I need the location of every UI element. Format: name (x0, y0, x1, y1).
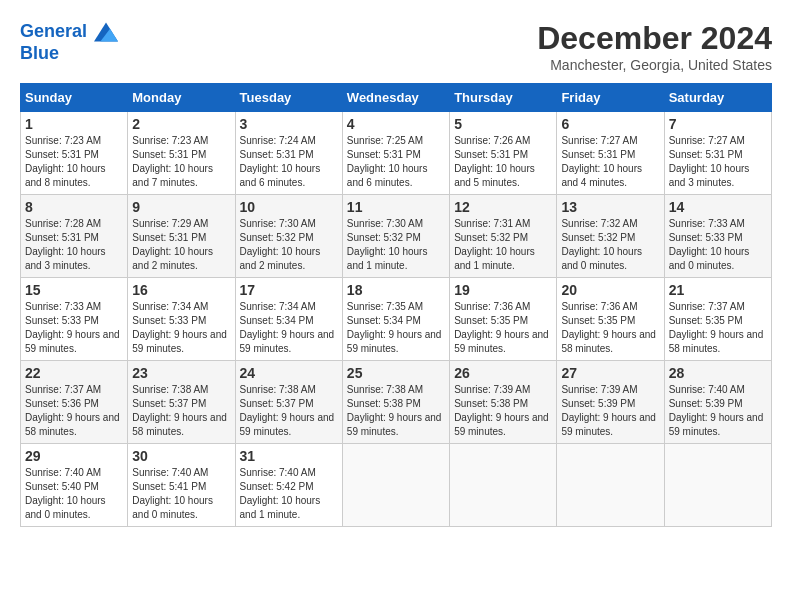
table-row: 29 Sunrise: 7:40 AM Sunset: 5:40 PM Dayl… (21, 444, 128, 527)
day-info: Sunrise: 7:40 AM Sunset: 5:40 PM Dayligh… (25, 466, 123, 522)
table-row: 6 Sunrise: 7:27 AM Sunset: 5:31 PM Dayli… (557, 112, 664, 195)
day-number: 25 (347, 365, 445, 381)
day-info: Sunrise: 7:26 AM Sunset: 5:31 PM Dayligh… (454, 134, 552, 190)
logo-text: General (20, 20, 118, 44)
day-info: Sunrise: 7:40 AM Sunset: 5:42 PM Dayligh… (240, 466, 338, 522)
day-number: 22 (25, 365, 123, 381)
day-info: Sunrise: 7:25 AM Sunset: 5:31 PM Dayligh… (347, 134, 445, 190)
table-row: 10 Sunrise: 7:30 AM Sunset: 5:32 PM Dayl… (235, 195, 342, 278)
table-row: 8 Sunrise: 7:28 AM Sunset: 5:31 PM Dayli… (21, 195, 128, 278)
day-info: Sunrise: 7:40 AM Sunset: 5:41 PM Dayligh… (132, 466, 230, 522)
day-number: 15 (25, 282, 123, 298)
table-row: 9 Sunrise: 7:29 AM Sunset: 5:31 PM Dayli… (128, 195, 235, 278)
day-number: 14 (669, 199, 767, 215)
calendar-week-1: 8 Sunrise: 7:28 AM Sunset: 5:31 PM Dayli… (21, 195, 772, 278)
day-number: 3 (240, 116, 338, 132)
day-number: 28 (669, 365, 767, 381)
table-row: 12 Sunrise: 7:31 AM Sunset: 5:32 PM Dayl… (450, 195, 557, 278)
day-info: Sunrise: 7:30 AM Sunset: 5:32 PM Dayligh… (240, 217, 338, 273)
title-block: December 2024 Manchester, Georgia, Unite… (537, 20, 772, 73)
day-info: Sunrise: 7:28 AM Sunset: 5:31 PM Dayligh… (25, 217, 123, 273)
table-row: 11 Sunrise: 7:30 AM Sunset: 5:32 PM Dayl… (342, 195, 449, 278)
table-row: 18 Sunrise: 7:35 AM Sunset: 5:34 PM Dayl… (342, 278, 449, 361)
day-number: 19 (454, 282, 552, 298)
header-thursday: Thursday (450, 84, 557, 112)
day-number: 16 (132, 282, 230, 298)
day-number: 9 (132, 199, 230, 215)
calendar-week-3: 22 Sunrise: 7:37 AM Sunset: 5:36 PM Dayl… (21, 361, 772, 444)
table-row: 17 Sunrise: 7:34 AM Sunset: 5:34 PM Dayl… (235, 278, 342, 361)
logo: General Blue (20, 20, 118, 64)
logo-subtext: Blue (20, 44, 118, 64)
header-friday: Friday (557, 84, 664, 112)
table-row (342, 444, 449, 527)
day-number: 5 (454, 116, 552, 132)
day-info: Sunrise: 7:29 AM Sunset: 5:31 PM Dayligh… (132, 217, 230, 273)
table-row: 3 Sunrise: 7:24 AM Sunset: 5:31 PM Dayli… (235, 112, 342, 195)
header-sunday: Sunday (21, 84, 128, 112)
day-info: Sunrise: 7:35 AM Sunset: 5:34 PM Dayligh… (347, 300, 445, 356)
day-number: 30 (132, 448, 230, 464)
day-number: 12 (454, 199, 552, 215)
calendar-week-4: 29 Sunrise: 7:40 AM Sunset: 5:40 PM Dayl… (21, 444, 772, 527)
table-row: 22 Sunrise: 7:37 AM Sunset: 5:36 PM Dayl… (21, 361, 128, 444)
table-row: 21 Sunrise: 7:37 AM Sunset: 5:35 PM Dayl… (664, 278, 771, 361)
table-row (664, 444, 771, 527)
day-info: Sunrise: 7:33 AM Sunset: 5:33 PM Dayligh… (669, 217, 767, 273)
table-row: 1 Sunrise: 7:23 AM Sunset: 5:31 PM Dayli… (21, 112, 128, 195)
day-number: 8 (25, 199, 123, 215)
day-number: 2 (132, 116, 230, 132)
table-row: 30 Sunrise: 7:40 AM Sunset: 5:41 PM Dayl… (128, 444, 235, 527)
day-number: 31 (240, 448, 338, 464)
header-monday: Monday (128, 84, 235, 112)
calendar-week-2: 15 Sunrise: 7:33 AM Sunset: 5:33 PM Dayl… (21, 278, 772, 361)
day-number: 7 (669, 116, 767, 132)
table-row: 19 Sunrise: 7:36 AM Sunset: 5:35 PM Dayl… (450, 278, 557, 361)
day-info: Sunrise: 7:36 AM Sunset: 5:35 PM Dayligh… (454, 300, 552, 356)
calendar-week-0: 1 Sunrise: 7:23 AM Sunset: 5:31 PM Dayli… (21, 112, 772, 195)
header-tuesday: Tuesday (235, 84, 342, 112)
table-row: 2 Sunrise: 7:23 AM Sunset: 5:31 PM Dayli… (128, 112, 235, 195)
day-number: 10 (240, 199, 338, 215)
day-info: Sunrise: 7:34 AM Sunset: 5:34 PM Dayligh… (240, 300, 338, 356)
table-row: 25 Sunrise: 7:38 AM Sunset: 5:38 PM Dayl… (342, 361, 449, 444)
table-row: 7 Sunrise: 7:27 AM Sunset: 5:31 PM Dayli… (664, 112, 771, 195)
table-row: 13 Sunrise: 7:32 AM Sunset: 5:32 PM Dayl… (557, 195, 664, 278)
day-number: 6 (561, 116, 659, 132)
day-number: 18 (347, 282, 445, 298)
table-row (557, 444, 664, 527)
day-info: Sunrise: 7:24 AM Sunset: 5:31 PM Dayligh… (240, 134, 338, 190)
page-header: General Blue December 2024 Manchester, G… (20, 20, 772, 73)
day-number: 4 (347, 116, 445, 132)
day-info: Sunrise: 7:37 AM Sunset: 5:35 PM Dayligh… (669, 300, 767, 356)
day-info: Sunrise: 7:27 AM Sunset: 5:31 PM Dayligh… (669, 134, 767, 190)
location-text: Manchester, Georgia, United States (537, 57, 772, 73)
table-row: 23 Sunrise: 7:38 AM Sunset: 5:37 PM Dayl… (128, 361, 235, 444)
calendar-table: Sunday Monday Tuesday Wednesday Thursday… (20, 83, 772, 527)
day-number: 20 (561, 282, 659, 298)
day-info: Sunrise: 7:30 AM Sunset: 5:32 PM Dayligh… (347, 217, 445, 273)
day-info: Sunrise: 7:27 AM Sunset: 5:31 PM Dayligh… (561, 134, 659, 190)
table-row: 27 Sunrise: 7:39 AM Sunset: 5:39 PM Dayl… (557, 361, 664, 444)
day-info: Sunrise: 7:39 AM Sunset: 5:38 PM Dayligh… (454, 383, 552, 439)
days-header-row: Sunday Monday Tuesday Wednesday Thursday… (21, 84, 772, 112)
day-number: 13 (561, 199, 659, 215)
header-saturday: Saturday (664, 84, 771, 112)
day-number: 26 (454, 365, 552, 381)
table-row: 4 Sunrise: 7:25 AM Sunset: 5:31 PM Dayli… (342, 112, 449, 195)
day-info: Sunrise: 7:34 AM Sunset: 5:33 PM Dayligh… (132, 300, 230, 356)
day-info: Sunrise: 7:38 AM Sunset: 5:38 PM Dayligh… (347, 383, 445, 439)
day-number: 29 (25, 448, 123, 464)
table-row: 31 Sunrise: 7:40 AM Sunset: 5:42 PM Dayl… (235, 444, 342, 527)
day-info: Sunrise: 7:38 AM Sunset: 5:37 PM Dayligh… (240, 383, 338, 439)
day-info: Sunrise: 7:32 AM Sunset: 5:32 PM Dayligh… (561, 217, 659, 273)
header-wednesday: Wednesday (342, 84, 449, 112)
table-row: 28 Sunrise: 7:40 AM Sunset: 5:39 PM Dayl… (664, 361, 771, 444)
table-row: 26 Sunrise: 7:39 AM Sunset: 5:38 PM Dayl… (450, 361, 557, 444)
table-row: 16 Sunrise: 7:34 AM Sunset: 5:33 PM Dayl… (128, 278, 235, 361)
day-number: 27 (561, 365, 659, 381)
table-row: 15 Sunrise: 7:33 AM Sunset: 5:33 PM Dayl… (21, 278, 128, 361)
day-number: 1 (25, 116, 123, 132)
day-info: Sunrise: 7:39 AM Sunset: 5:39 PM Dayligh… (561, 383, 659, 439)
day-number: 11 (347, 199, 445, 215)
